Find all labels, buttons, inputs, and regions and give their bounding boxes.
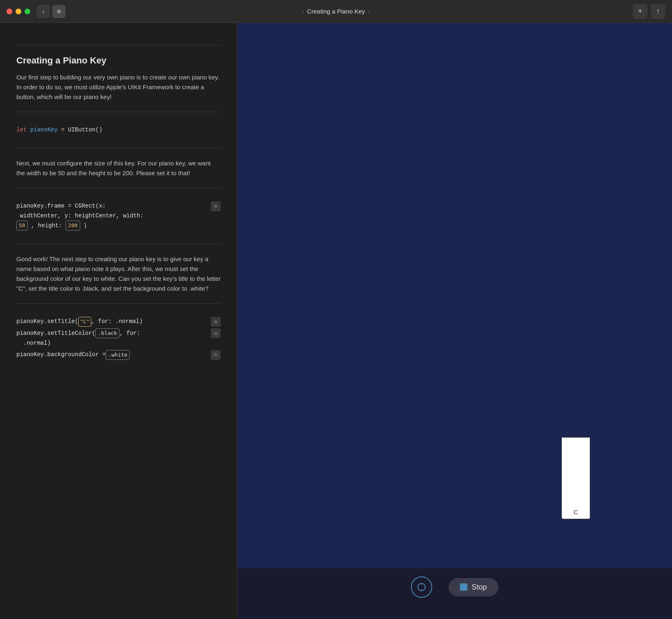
bottom-controls: Stop	[237, 568, 672, 606]
piano-key-label: C	[574, 508, 578, 515]
run-button[interactable]	[411, 576, 432, 598]
divider-3	[16, 188, 221, 188]
stop-label: Stop	[471, 583, 487, 592]
next-arrow: ›	[368, 8, 370, 14]
keyword-let: let	[16, 127, 27, 133]
title-c-box[interactable]: "C"	[78, 317, 91, 327]
prev-arrow: ‹	[302, 8, 304, 14]
copy-button-3c[interactable]: ⧉	[211, 350, 221, 360]
title-color-box[interactable]: .black	[95, 328, 120, 338]
divider-2	[16, 148, 221, 149]
nav-buttons: ‹ ⊞	[37, 5, 65, 18]
bg-color-box[interactable]: .white	[106, 350, 130, 360]
run-icon	[417, 583, 426, 592]
equals-1: = UIButton()	[61, 127, 102, 133]
piano-key-preview: C	[562, 437, 590, 519]
code-line-3b: pianoKey.setTitleColor(.black, for: .nor…	[16, 328, 221, 348]
section2-text: Next, we must configure the size of this…	[16, 158, 221, 178]
traffic-lights	[7, 9, 30, 14]
preview-area: C	[237, 23, 672, 568]
stop-icon	[460, 583, 467, 591]
stop-button[interactable]: Stop	[449, 578, 498, 596]
code-line-3c: pianoKey.backgroundColor = .white ⧉	[16, 350, 221, 360]
code-line-2b: widthCenter, y: heightCenter, width:	[16, 211, 207, 221]
minimize-button[interactable]	[16, 9, 21, 14]
width-value-box[interactable]: 50	[16, 221, 28, 230]
add-tab-button[interactable]: +	[633, 4, 647, 19]
code-line-2c: 50 , height: 200 )	[16, 221, 207, 231]
code-block-3: pianoKey.setTitle("C", for: .normal) ⧉ p…	[16, 314, 221, 363]
maximize-button[interactable]	[25, 9, 30, 14]
back-button[interactable]: ‹	[37, 5, 50, 18]
section3-text: Good work! The next step to creating our…	[16, 254, 221, 294]
title-text: Creating a Piano Key	[307, 8, 365, 15]
copy-button-2[interactable]: ⧉	[211, 201, 221, 211]
code-block-1: let pianoKey = UIButton()	[16, 122, 221, 138]
titlebar-right-buttons: + ↑	[633, 4, 665, 19]
code-line-3a: pianoKey.setTitle("C", for: .normal) ⧉	[16, 317, 221, 327]
divider-1	[16, 112, 221, 112]
section1-title: Creating a Piano Key	[16, 55, 221, 66]
height-value-box[interactable]: 200	[65, 221, 80, 230]
divider-5	[16, 303, 221, 304]
window-title: ‹ Creating a Piano Key ›	[302, 8, 370, 15]
section1-text: Our first step to building our very own …	[16, 72, 221, 102]
right-panel: C Stop	[237, 23, 672, 619]
sidebar-toggle-button[interactable]: ⊞	[52, 5, 65, 18]
copy-button-3a[interactable]: ⧉	[211, 317, 221, 327]
copy-button-3b[interactable]: ⧉	[211, 328, 221, 338]
code-block-2: pianoKey.frame = CGRect(x: widthCenter, …	[16, 198, 221, 234]
divider-top	[16, 45, 221, 45]
share-button[interactable]: ↑	[651, 4, 665, 19]
main-layout: Creating a Piano Key Our first step to b…	[0, 23, 672, 619]
titlebar: ‹ ⊞ ‹ Creating a Piano Key › + ↑	[0, 0, 672, 23]
left-panel: Creating a Piano Key Our first step to b…	[0, 23, 237, 619]
code-line-2a: pianoKey.frame = CGRect(x:	[16, 201, 207, 211]
divider-4	[16, 244, 221, 244]
var-pianoKey: pianoKey	[30, 127, 58, 133]
close-button[interactable]	[7, 9, 12, 14]
